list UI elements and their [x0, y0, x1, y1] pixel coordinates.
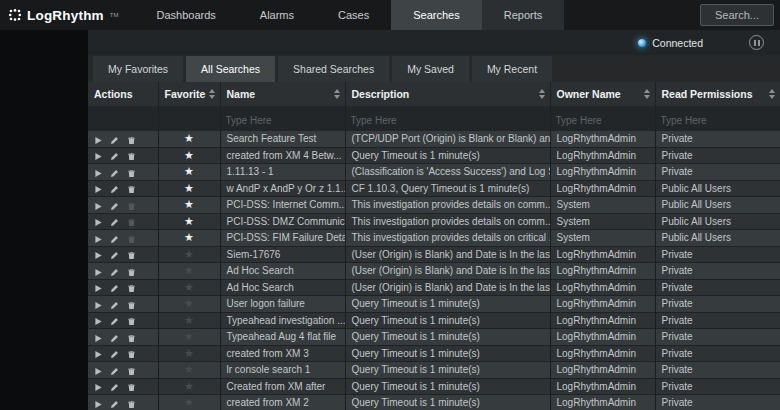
name-filter-input[interactable] [226, 115, 340, 126]
run-search-icon[interactable] [91, 183, 105, 194]
sort-icon[interactable] [769, 89, 775, 99]
run-search-icon[interactable] [91, 150, 105, 161]
sort-icon[interactable] [644, 89, 650, 99]
run-search-icon[interactable] [91, 249, 105, 260]
delete-icon[interactable] [125, 167, 139, 178]
delete-icon[interactable] [125, 348, 139, 359]
delete-icon[interactable] [125, 183, 139, 194]
edit-icon[interactable] [108, 398, 122, 409]
global-search-button[interactable]: Search... [700, 4, 774, 26]
favorite-star[interactable]: ★ [184, 330, 194, 342]
delete-icon[interactable] [125, 200, 139, 211]
table-row[interactable]: ★ w AndP x AndP y Or z 1.1... CF 1.10.3,… [88, 180, 780, 197]
sort-icon[interactable] [334, 89, 340, 99]
run-search-icon[interactable] [91, 365, 105, 376]
delete-icon[interactable] [125, 233, 139, 244]
table-row[interactable]: ★ created from XM 2 Query Timeout is 1 m… [88, 395, 780, 410]
permissions-filter-input[interactable] [661, 115, 775, 126]
delete-icon[interactable] [125, 134, 139, 145]
tab-my-saved[interactable]: My Saved [392, 56, 469, 82]
run-search-icon[interactable] [91, 233, 105, 244]
edit-icon[interactable] [108, 200, 122, 211]
run-search-icon[interactable] [91, 348, 105, 359]
edit-icon[interactable] [108, 134, 122, 145]
table-row[interactable]: ★ Ad Hoc Search (User (Origin) is Blank)… [88, 263, 780, 280]
favorite-star[interactable]: ★ [184, 132, 194, 144]
col-header-name[interactable]: Name [220, 82, 345, 106]
table-row[interactable]: ★ Created from XM after Query Timeout is… [88, 378, 780, 395]
edit-icon[interactable] [108, 183, 122, 194]
run-search-icon[interactable] [91, 299, 105, 310]
favorite-star[interactable]: ★ [184, 380, 194, 392]
table-row[interactable]: ★ PCI-DSS: Internet Comm... This investi… [88, 197, 780, 214]
edit-icon[interactable] [108, 233, 122, 244]
table-row[interactable]: ★ Typeahead Aug 4 flat file Query Timeou… [88, 329, 780, 346]
table-row[interactable]: ★ Siem-17676 (User (Origin) is Blank) an… [88, 246, 780, 263]
edit-icon[interactable] [108, 282, 122, 293]
delete-icon[interactable] [125, 150, 139, 161]
edit-icon[interactable] [108, 381, 122, 392]
nav-item-reports[interactable]: Reports [482, 0, 565, 30]
delete-icon[interactable] [125, 332, 139, 343]
nav-item-alarms[interactable]: Alarms [238, 0, 316, 30]
table-row[interactable]: ★ PCI-DSS: DMZ Communic... This investig… [88, 213, 780, 230]
col-header-read-permissions[interactable]: Read Permissions [655, 82, 780, 106]
favorite-star[interactable]: ★ [184, 215, 194, 227]
favorite-star[interactable]: ★ [184, 314, 194, 326]
favorite-star[interactable]: ★ [184, 231, 194, 243]
delete-icon[interactable] [125, 398, 139, 409]
edit-icon[interactable] [108, 266, 122, 277]
delete-icon[interactable] [125, 249, 139, 260]
sort-icon[interactable] [209, 89, 215, 99]
edit-icon[interactable] [108, 150, 122, 161]
col-header-owner-name[interactable]: Owner Name [550, 82, 655, 106]
table-row[interactable]: ★ User logon failure Query Timeout is 1 … [88, 296, 780, 313]
edit-icon[interactable] [108, 216, 122, 227]
edit-icon[interactable] [108, 167, 122, 178]
run-search-icon[interactable] [91, 332, 105, 343]
run-search-icon[interactable] [91, 398, 105, 409]
table-row[interactable]: ★ 1.11.13 - 1 (Classification is 'Access… [88, 164, 780, 181]
delete-icon[interactable] [125, 315, 139, 326]
nav-item-searches[interactable]: Searches [391, 0, 481, 30]
description-filter-input[interactable] [351, 115, 545, 126]
run-search-icon[interactable] [91, 266, 105, 277]
favorite-star[interactable]: ★ [184, 281, 194, 293]
delete-icon[interactable] [125, 216, 139, 227]
run-search-icon[interactable] [91, 282, 105, 293]
favorite-star[interactable]: ★ [184, 347, 194, 359]
edit-icon[interactable] [108, 332, 122, 343]
nav-item-dashboards[interactable]: Dashboards [134, 0, 237, 30]
edit-icon[interactable] [108, 365, 122, 376]
favorite-star[interactable]: ★ [184, 264, 194, 276]
pause-button[interactable] [749, 35, 764, 50]
favorite-star[interactable]: ★ [184, 297, 194, 309]
col-header-favorite[interactable]: Favorite [158, 82, 220, 106]
run-search-icon[interactable] [91, 381, 105, 392]
table-row[interactable]: ★ lr console search 1 Query Timeout is 1… [88, 362, 780, 379]
delete-icon[interactable] [125, 381, 139, 392]
run-search-icon[interactable] [91, 315, 105, 326]
delete-icon[interactable] [125, 266, 139, 277]
favorite-star[interactable]: ★ [184, 182, 194, 194]
nav-item-cases[interactable]: Cases [316, 0, 391, 30]
favorite-star[interactable]: ★ [184, 165, 194, 177]
delete-icon[interactable] [125, 282, 139, 293]
col-header-description[interactable]: Description [345, 82, 550, 106]
favorite-star[interactable]: ★ [184, 198, 194, 210]
owner-filter-input[interactable] [556, 115, 650, 126]
sort-icon[interactable] [539, 89, 545, 99]
table-row[interactable]: ★ PCI-DSS: FIM Failure Detail This inves… [88, 230, 780, 247]
tab-my-favorites[interactable]: My Favorites [93, 56, 183, 82]
favorite-star[interactable]: ★ [184, 149, 194, 161]
table-row[interactable]: ★ Ad Hoc Search (User (Origin) is Blank)… [88, 279, 780, 296]
tab-shared-searches[interactable]: Shared Searches [278, 56, 389, 82]
run-search-icon[interactable] [91, 134, 105, 145]
favorite-star[interactable]: ★ [184, 248, 194, 260]
favorite-star[interactable]: ★ [184, 396, 194, 408]
run-search-icon[interactable] [91, 200, 105, 211]
edit-icon[interactable] [108, 299, 122, 310]
delete-icon[interactable] [125, 365, 139, 376]
run-search-icon[interactable] [91, 167, 105, 178]
run-search-icon[interactable] [91, 216, 105, 227]
